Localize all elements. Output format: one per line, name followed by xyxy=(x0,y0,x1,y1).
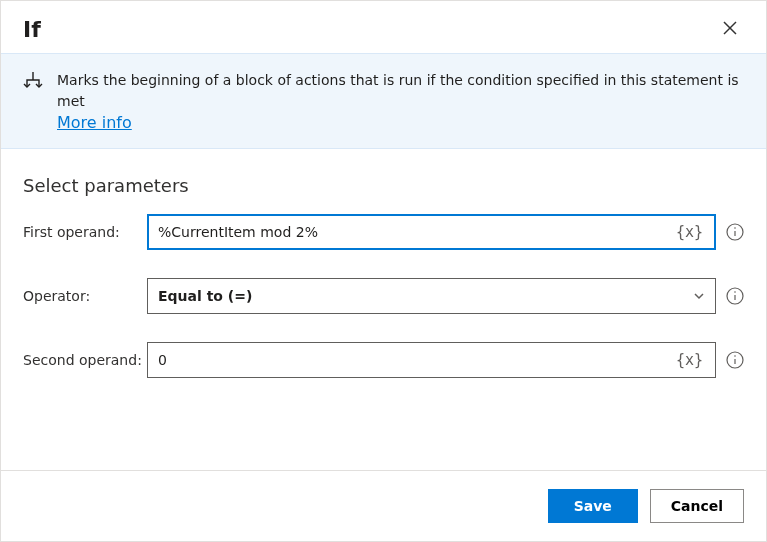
cancel-button[interactable]: Cancel xyxy=(650,489,744,523)
info-icon[interactable] xyxy=(726,351,744,369)
label-second-operand: Second operand: xyxy=(23,352,147,368)
dialog-title: If xyxy=(23,17,41,42)
operator-select[interactable]: Equal to (=) xyxy=(147,278,716,314)
field-wrap: %CurrentItem mod 2% {x} xyxy=(147,214,744,250)
dialog-footer: Save Cancel xyxy=(1,470,766,541)
section-title: Select parameters xyxy=(1,149,766,214)
close-button[interactable] xyxy=(716,15,744,43)
param-row-second-operand: Second operand: 0 {x} xyxy=(23,342,744,378)
param-row-operator: Operator: Equal to (=) xyxy=(23,278,744,314)
field-wrap: Equal to (=) xyxy=(147,278,744,314)
second-operand-value: 0 xyxy=(158,352,672,368)
svg-point-11 xyxy=(734,355,736,357)
svg-point-5 xyxy=(734,227,736,229)
close-icon xyxy=(723,21,737,38)
svg-point-8 xyxy=(734,291,736,293)
banner-text: Marks the beginning of a block of action… xyxy=(57,72,739,109)
dialog-header: If xyxy=(1,1,766,53)
operator-value: Equal to (=) xyxy=(158,288,252,304)
label-operator: Operator: xyxy=(23,288,147,304)
parameters: First operand: %CurrentItem mod 2% {x} O… xyxy=(1,214,766,406)
save-button[interactable]: Save xyxy=(548,489,638,523)
info-icon[interactable] xyxy=(726,287,744,305)
param-row-first-operand: First operand: %CurrentItem mod 2% {x} xyxy=(23,214,744,250)
chevron-down-icon xyxy=(693,290,705,302)
field-wrap: 0 {x} xyxy=(147,342,744,378)
first-operand-value: %CurrentItem mod 2% xyxy=(158,224,672,240)
second-operand-input[interactable]: 0 {x} xyxy=(147,342,716,378)
info-icon[interactable] xyxy=(726,223,744,241)
if-dialog: If Marks the beginning of a block of act… xyxy=(0,0,767,542)
label-first-operand: First operand: xyxy=(23,224,147,240)
variable-picker-icon[interactable]: {x} xyxy=(672,223,707,241)
first-operand-input[interactable]: %CurrentItem mod 2% {x} xyxy=(147,214,716,250)
variable-picker-icon[interactable]: {x} xyxy=(672,351,707,369)
banner-content: Marks the beginning of a block of action… xyxy=(57,70,744,132)
branch-icon xyxy=(23,72,43,98)
more-info-link[interactable]: More info xyxy=(57,113,132,132)
info-banner: Marks the beginning of a block of action… xyxy=(1,53,766,149)
